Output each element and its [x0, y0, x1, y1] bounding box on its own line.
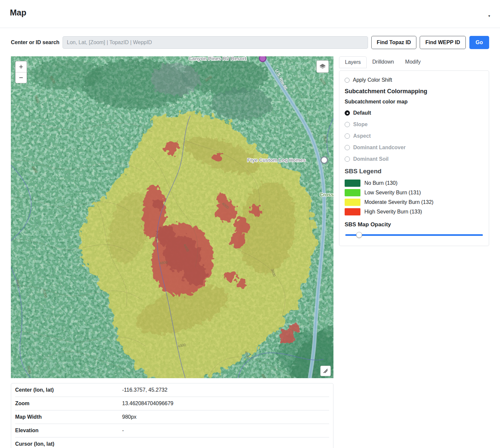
map-canvas[interactable]: 3200 5200 5600 3200 2800 4800 4800 5200 …: [11, 56, 333, 378]
apply-color-shift-checkbox[interactable]: [345, 78, 350, 83]
legend-label-high-severity: High Severity Burn (133): [364, 209, 422, 215]
radio-slope-label: Slope: [353, 122, 368, 127]
legend-item-high-severity: High Severity Burn (133): [345, 208, 484, 215]
layers-control-button[interactable]: [316, 60, 329, 73]
legend-swatch-high-severity: [345, 208, 360, 215]
card-header: Map ▾: [0, 0, 500, 28]
legend-label-no-burn: No Burn (130): [364, 180, 398, 186]
sbs-opacity-slider-thumb[interactable]: [356, 232, 362, 238]
find-topaz-button[interactable]: Find Topaz ID: [371, 36, 417, 49]
layers-icon: [319, 63, 326, 70]
draw-icon: [323, 368, 329, 374]
info-row-center: Center (lon, lat) -116.3757, 45.2732: [15, 383, 329, 397]
page-title: Map: [0, 0, 500, 17]
radio-aspect[interactable]: Aspect: [345, 133, 484, 139]
map-image: 3200 5200 5600 3200 2800 4800 4800 5200 …: [11, 56, 333, 378]
panel-tabs: Layers Drilldown Modify: [339, 56, 489, 68]
radio-dominant-landcover-control[interactable]: [345, 145, 350, 150]
apply-color-shift-label: Apply Color Shift: [353, 77, 392, 83]
radio-default[interactable]: Default: [345, 110, 484, 116]
info-label-elevation: Elevation: [15, 428, 122, 434]
layers-panel: Apply Color Shift Subcatchment Colormapp…: [339, 70, 489, 246]
radio-dominant-soil-label: Dominant Soil: [353, 156, 389, 162]
find-wepp-button[interactable]: Find WEPP ID: [420, 36, 465, 49]
radio-slope[interactable]: Slope: [345, 122, 484, 127]
info-value-map-width: 980px: [122, 414, 137, 420]
map-info-table: Center (lon, lat) -116.3757, 45.2732 Zoo…: [11, 383, 333, 448]
legend-item-moderate-severity: Moderate Severity Burn (132): [345, 199, 484, 206]
content: 3200 5200 5600 3200 2800 4800 4800 5200 …: [11, 56, 489, 378]
tab-drilldown[interactable]: Drilldown: [367, 56, 400, 68]
radio-dominant-soil-control[interactable]: [345, 156, 350, 162]
zoom-out-button[interactable]: −: [15, 72, 27, 83]
legend-swatch-no-burn: [345, 180, 360, 187]
sbs-opacity-slider[interactable]: [345, 232, 483, 238]
sbs-opacity-slider-track[interactable]: [345, 234, 483, 236]
legend-swatch-low-severity: [345, 189, 360, 196]
radio-dominant-landcover-label: Dominant Landcover: [353, 145, 406, 151]
collapse-caret-icon[interactable]: ▾: [488, 14, 490, 18]
legend-item-low-severity: Low Severity Burn (131): [345, 189, 484, 196]
info-row-zoom: Zoom 13.462084704096679: [15, 397, 329, 410]
radio-default-label: Default: [353, 110, 371, 116]
radio-aspect-control[interactable]: [345, 133, 350, 139]
info-row-elevation: Elevation -: [15, 424, 329, 437]
legend-swatch-moderate-severity: [345, 199, 360, 206]
info-value-elevation: -: [122, 428, 124, 434]
legend-item-no-burn: No Burn (130): [345, 180, 484, 187]
info-label-center: Center (lon, lat): [15, 387, 122, 393]
radio-aspect-label: Aspect: [353, 133, 371, 139]
legend-label-moderate-severity: Moderate Severity Burn (132): [364, 199, 434, 205]
radio-default-control[interactable]: [345, 110, 350, 116]
info-label-zoom: Zoom: [15, 401, 122, 406]
search-row: Center or ID search Find Topaz ID Find W…: [11, 36, 489, 49]
info-label-map-width: Map Width: [15, 414, 122, 420]
zoom-in-button[interactable]: +: [15, 61, 27, 72]
radio-dominant-soil[interactable]: Dominant Soil: [345, 156, 484, 162]
tab-modify[interactable]: Modify: [400, 56, 426, 68]
colormap-subtitle: Subcatchment color map: [345, 99, 484, 105]
sbs-legend-title: SBS Legend: [345, 168, 484, 175]
info-label-cursor: Cursor (lon, lat): [15, 441, 122, 447]
search-label: Center or ID search: [11, 40, 63, 45]
center-search-input[interactable]: [63, 36, 368, 49]
colormapping-title: Subcatchment Colormapping: [345, 88, 484, 95]
go-button[interactable]: Go: [469, 36, 489, 49]
sbs-opacity-label: SBS Map Opacity: [345, 221, 484, 228]
tab-layers[interactable]: Layers: [339, 56, 367, 68]
apply-color-shift-row[interactable]: Apply Color Shift: [345, 77, 484, 83]
legend-label-low-severity: Low Severity Burn (131): [364, 190, 421, 196]
radio-slope-control[interactable]: [345, 122, 350, 127]
info-value-zoom: 13.462084704096679: [122, 401, 173, 406]
info-value-center: -116.3757, 45.2732: [122, 387, 168, 393]
info-row-cursor: Cursor (lon, lat): [15, 437, 329, 448]
info-row-map-width: Map Width 980px: [15, 410, 329, 424]
draw-control-button[interactable]: [320, 366, 331, 376]
side-panel: Layers Drilldown Modify Apply Color Shif…: [339, 56, 489, 246]
radio-dominant-landcover[interactable]: Dominant Landcover: [345, 145, 484, 151]
zoom-control: + −: [15, 61, 27, 83]
